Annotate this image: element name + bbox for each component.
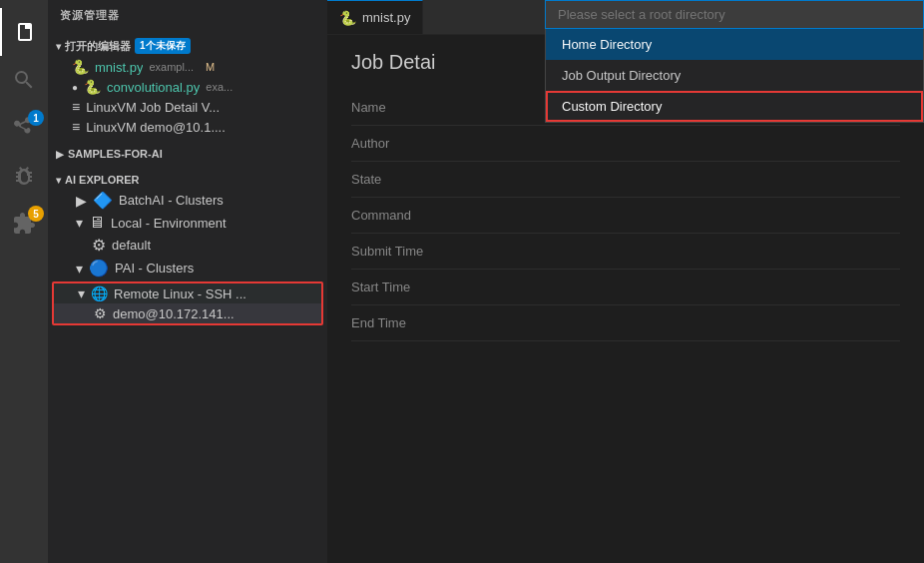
field-state-label: State bbox=[351, 172, 491, 187]
editor-item-linuxvm-demo[interactable]: ≡ LinuxVM demo@10.1.... bbox=[48, 117, 327, 137]
dropdown-item-job-output[interactable]: Job Output Directory bbox=[546, 60, 923, 91]
field-submit-time-label: Submit Time bbox=[351, 244, 491, 259]
sidebar-header: 资源管理器 bbox=[48, 0, 327, 31]
batchai-icon: ▶ bbox=[76, 193, 87, 209]
globe-icon: 🌐 bbox=[91, 285, 108, 301]
field-start-time: Start Time bbox=[351, 270, 900, 305]
editor-path-conv: exa... bbox=[206, 81, 232, 93]
demo-icon: ⚙ bbox=[94, 305, 107, 321]
sidebar: 资源管理器 ▾ 打开的编辑器 1个未保存 🐍 mnist.py exampl..… bbox=[48, 0, 327, 563]
python-icon-1: 🐍 bbox=[72, 59, 89, 75]
monitor-icon: 🖥 bbox=[89, 214, 105, 232]
pai-label: PAI - Clusters bbox=[115, 261, 194, 276]
open-editors-chevron: ▾ bbox=[56, 41, 61, 52]
default-icon: ⚙ bbox=[92, 236, 106, 255]
local-env-chevron: ▾ bbox=[76, 215, 83, 231]
sidebar-item-local-env[interactable]: ▾ 🖥 Local - Environment bbox=[48, 212, 327, 234]
batchai-label: BatchAI - Clusters bbox=[119, 193, 224, 208]
files-icon[interactable] bbox=[0, 8, 48, 56]
root-directory-input[interactable] bbox=[545, 0, 924, 29]
editor-filename-mnist: mnist.py bbox=[95, 60, 143, 75]
samples-label: SAMPLES-FOR-AI bbox=[68, 148, 163, 160]
tab-mnist[interactable]: 🐍 mnist.py bbox=[327, 0, 423, 34]
ai-explorer-section: ▾ AI EXPLORER ▶ 🔷 BatchAI - Clusters ▾ 🖥… bbox=[48, 167, 327, 331]
field-author-label: Author bbox=[351, 136, 491, 151]
open-editors-badge: 1个未保存 bbox=[135, 38, 191, 54]
main-content: 🐍 mnist.py Home Directory Job Output Dir… bbox=[327, 0, 924, 563]
editor-item-linuxvm-detail[interactable]: ≡ LinuxVM Job Detail V... bbox=[48, 97, 327, 117]
python-icon-2: 🐍 bbox=[84, 79, 101, 95]
file-icon-1: ≡ bbox=[72, 99, 80, 115]
local-env-label: Local - Environment bbox=[111, 216, 227, 231]
sidebar-item-demo[interactable]: ⚙ demo@10.172.141... bbox=[54, 303, 321, 323]
dropdown-item-home[interactable]: Home Directory bbox=[546, 29, 923, 60]
file-icon-2: ≡ bbox=[72, 119, 80, 135]
activity-bar: 1 5 bbox=[0, 0, 48, 563]
sidebar-item-remote-linux[interactable]: ▾ 🌐 Remote Linux - SSH ... bbox=[54, 283, 321, 303]
demo-label: demo@10.172.141... bbox=[113, 306, 234, 321]
editor-item-convolutional[interactable]: ● 🐍 convolutional.py exa... bbox=[48, 77, 327, 97]
field-author: Author bbox=[351, 126, 900, 162]
field-start-time-label: Start Time bbox=[351, 280, 491, 294]
open-editors-header[interactable]: ▾ 打开的编辑器 1个未保存 bbox=[48, 35, 327, 57]
editor-item-mnist[interactable]: 🐍 mnist.py exampl... M bbox=[48, 57, 327, 77]
source-control-icon[interactable]: 1 bbox=[0, 104, 48, 152]
directory-options-menu: Home Directory Job Output Directory Cust… bbox=[545, 29, 924, 123]
dropdown-item-custom[interactable]: Custom Directory bbox=[546, 91, 923, 122]
samples-chevron: ▶ bbox=[56, 149, 64, 160]
field-state: State bbox=[351, 162, 900, 198]
pai-chevron: ▾ bbox=[76, 261, 83, 277]
search-icon[interactable] bbox=[0, 56, 48, 104]
field-command: Command bbox=[351, 198, 900, 234]
tab-python-icon: 🐍 bbox=[339, 10, 356, 26]
modified-badge-mnist: M bbox=[206, 61, 215, 73]
editor-path-mnist: exampl... bbox=[149, 61, 194, 73]
tab-label-mnist: mnist.py bbox=[362, 10, 410, 25]
remote-linux-label: Remote Linux - SSH ... bbox=[114, 286, 246, 301]
editor-filename-linuxvm-detail: LinuxVM Job Detail V... bbox=[86, 100, 220, 115]
open-editors-label: 打开的编辑器 bbox=[65, 39, 131, 54]
field-name-label: Name bbox=[351, 100, 491, 115]
pai-icon: 🔵 bbox=[89, 259, 109, 278]
ai-explorer-chevron: ▾ bbox=[56, 175, 61, 186]
field-end-time: End Time bbox=[351, 305, 900, 341]
field-end-time-label: End Time bbox=[351, 315, 491, 330]
batchai-cluster-icon: 🔷 bbox=[93, 191, 113, 210]
ai-explorer-header[interactable]: ▾ AI EXPLORER bbox=[48, 171, 327, 189]
samples-section: ▶ SAMPLES-FOR-AI bbox=[48, 141, 327, 167]
field-submit-time: Submit Time bbox=[351, 234, 900, 270]
root-directory-dropdown: Home Directory Job Output Directory Cust… bbox=[545, 0, 924, 123]
extensions-icon[interactable]: 5 bbox=[0, 200, 48, 248]
remote-linux-chevron: ▾ bbox=[78, 285, 85, 301]
field-command-label: Command bbox=[351, 208, 491, 223]
extensions-badge: 5 bbox=[28, 206, 44, 222]
ai-explorer-label: AI EXPLORER bbox=[65, 174, 140, 186]
sidebar-item-pai[interactable]: ▾ 🔵 PAI - Clusters bbox=[48, 257, 327, 280]
editor-filename-linuxvm-demo: LinuxVM demo@10.1.... bbox=[86, 120, 226, 135]
samples-header[interactable]: ▶ SAMPLES-FOR-AI bbox=[48, 145, 327, 163]
remote-linux-group: ▾ 🌐 Remote Linux - SSH ... ⚙ demo@10.172… bbox=[52, 282, 323, 325]
source-control-badge: 1 bbox=[28, 110, 44, 126]
open-editors-section: ▾ 打开的编辑器 1个未保存 🐍 mnist.py exampl... M ● … bbox=[48, 31, 327, 141]
default-label: default bbox=[112, 238, 151, 253]
editor-filename-conv: convolutional.py bbox=[107, 80, 200, 95]
sidebar-item-batchai[interactable]: ▶ 🔷 BatchAI - Clusters bbox=[48, 189, 327, 212]
debug-icon[interactable] bbox=[0, 152, 48, 200]
dot-icon: ● bbox=[72, 82, 78, 93]
sidebar-item-default[interactable]: ⚙ default bbox=[48, 234, 327, 257]
